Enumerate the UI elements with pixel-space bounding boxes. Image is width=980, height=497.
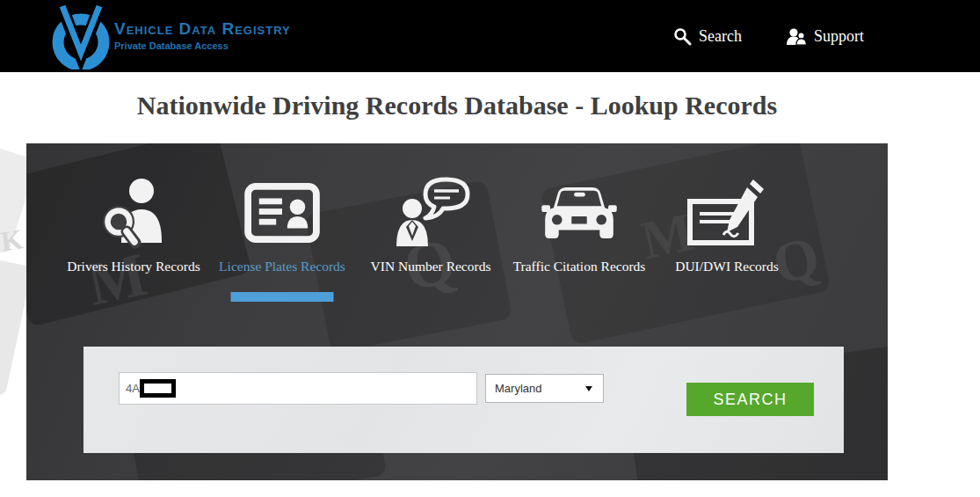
document-pencil-icon — [686, 177, 767, 249]
tab-label: Traffic Citation Records — [509, 259, 650, 274]
records-lookup-panel: M Q M Q Q Drivers History Records — [26, 143, 888, 480]
tab-traffic-citation-records[interactable]: Traffic Citation Records — [509, 172, 650, 302]
brand-text: Vehicle Data Registry Private Database A… — [114, 19, 291, 51]
v-logo-icon — [49, 3, 113, 69]
id-card-icon — [243, 182, 321, 244]
tab-license-plates-records[interactable]: License Plates Records — [212, 172, 352, 302]
brand-tagline: Private Database Access — [114, 40, 291, 51]
tab-label: DUI/DWI Records — [657, 259, 797, 274]
plate-input-wrap — [119, 372, 477, 405]
chevron-down-icon — [585, 386, 592, 391]
person-speech-icon — [390, 176, 471, 250]
nav-search-label: Search — [699, 27, 742, 46]
nav-support-label: Support — [814, 27, 864, 46]
search-button[interactable]: SEARCH — [686, 383, 814, 416]
tab-dui-dwi-records[interactable]: DUI/DWI Records — [657, 172, 797, 302]
car-icon — [540, 184, 619, 242]
redaction-box — [140, 379, 176, 398]
person-search-icon — [98, 172, 170, 253]
brand-name: Vehicle Data Registry — [114, 19, 291, 39]
brand-logo[interactable] — [49, 3, 113, 69]
tab-vin-number-records[interactable]: VIN Number Records — [360, 172, 501, 302]
active-tab-underline — [231, 292, 334, 302]
tab-label: Drivers History Records — [63, 259, 204, 274]
left-watermark-letter-k: K — [0, 223, 25, 258]
lookup-form-panel: Maryland SEARCH — [83, 347, 844, 453]
nav-search[interactable]: Search — [673, 0, 742, 72]
state-select[interactable]: Maryland — [485, 374, 604, 403]
nav-support[interactable]: Support — [786, 0, 864, 72]
top-header: Vehicle Data Registry Private Database A… — [0, 0, 980, 72]
support-users-icon — [786, 27, 807, 46]
search-icon — [673, 27, 692, 46]
state-select-value: Maryland — [495, 382, 541, 395]
tab-label: VIN Number Records — [360, 259, 501, 274]
tab-label: License Plates Records — [212, 259, 352, 274]
page-title: Nationwide Driving Records Database - Lo… — [26, 91, 888, 121]
tab-drivers-history-records[interactable]: Drivers History Records — [63, 172, 204, 302]
